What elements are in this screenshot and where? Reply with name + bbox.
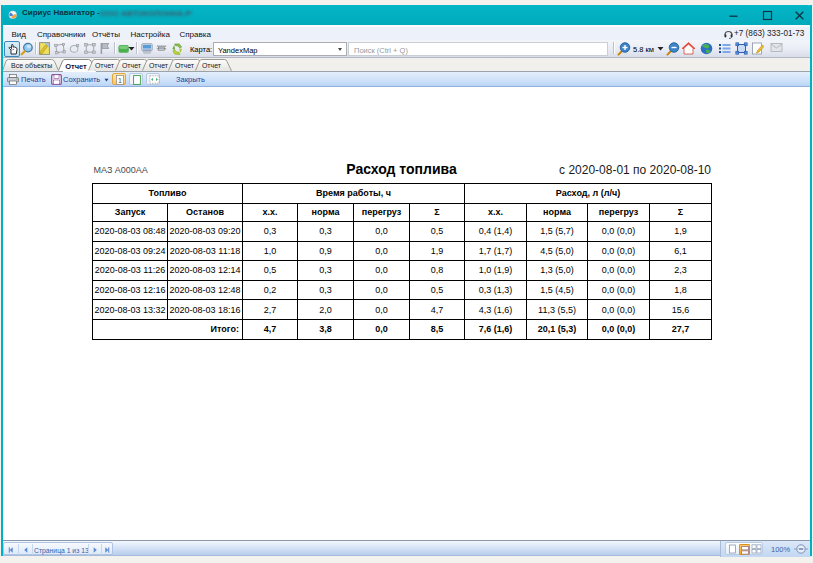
svg-text:1: 1 [118, 76, 122, 83]
